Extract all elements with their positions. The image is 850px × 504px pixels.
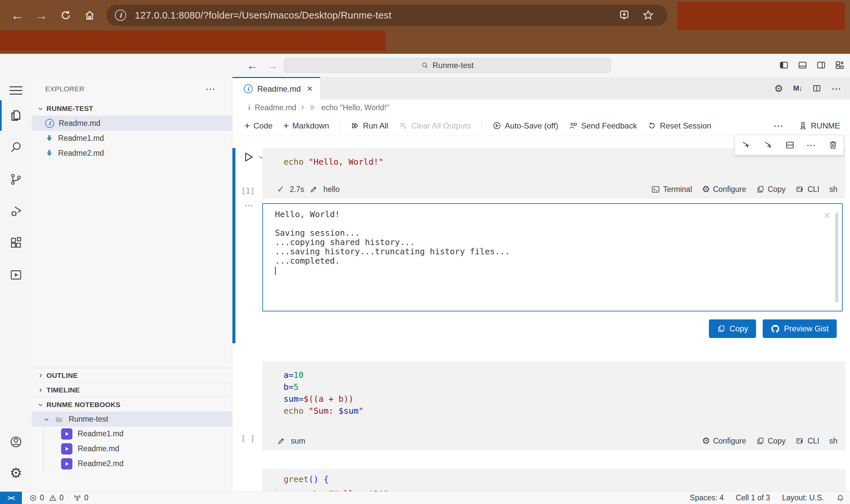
keyboard-layout-status[interactable]: Layout: U.S.: [782, 493, 824, 502]
notebook-file-item[interactable]: Readme2.md: [32, 456, 232, 471]
notebook-file-item[interactable]: Readme.md: [32, 441, 232, 456]
app-titlebar: ← → Runme-test: [0, 54, 850, 77]
outline-section[interactable]: OUTLINE: [32, 368, 232, 383]
output-scrollbar[interactable]: [835, 213, 838, 303]
notebook-folder-row[interactable]: Runme-test: [32, 412, 232, 427]
settings-gear-icon[interactable]: ⚙: [8, 466, 23, 481]
delete-cell-icon[interactable]: [828, 140, 838, 150]
toggle-secondary-sidebar-icon[interactable]: [815, 59, 827, 71]
notifications-bell-icon[interactable]: [836, 494, 845, 502]
command-center[interactable]: Runme-test: [284, 58, 611, 73]
toolbar-more-actions-icon[interactable]: ⋯: [773, 120, 784, 131]
cell-more-actions-icon[interactable]: ⋯: [807, 140, 816, 151]
markdown-preview-icon[interactable]: M↓: [793, 84, 802, 93]
workspace-section-header[interactable]: RUNME-TEST: [32, 101, 232, 116]
runme-view-icon[interactable]: [8, 268, 23, 282]
split-cell-icon[interactable]: [785, 140, 795, 150]
explorer-more-actions-icon[interactable]: ⋯: [205, 83, 216, 95]
copy-action[interactable]: Copy: [756, 437, 785, 446]
menu-icon[interactable]: [10, 84, 22, 97]
notebook-settings-gear-icon[interactable]: ⚙: [774, 83, 783, 94]
bookmark-star-icon[interactable]: [639, 6, 657, 24]
breadcrumb-symbol[interactable]: echo "Hello, World!": [321, 103, 389, 112]
send-feedback-button[interactable]: Send Feedback: [569, 121, 637, 130]
history-back-icon[interactable]: ←: [245, 59, 260, 72]
cell-language[interactable]: sh: [829, 185, 837, 194]
notebook-file-item[interactable]: Readme1.md: [32, 426, 232, 441]
problems-indicator[interactable]: 0 0: [29, 493, 66, 502]
timeline-section[interactable]: TIMELINE: [32, 382, 232, 397]
ports-indicator[interactable]: 0: [73, 493, 91, 502]
cursor-line: [263, 266, 842, 275]
reset-session-button[interactable]: Reset Session: [648, 121, 711, 130]
output-close-icon[interactable]: ✕: [824, 211, 831, 221]
url-bar[interactable]: i 127.0.0.1:8080/?folder=/Users/macos/De…: [106, 5, 667, 26]
run-debug-view-icon[interactable]: [8, 204, 23, 218]
toggle-sidebar-icon[interactable]: [778, 59, 790, 71]
code-cell-1[interactable]: echo "Hello, World!" ✓ 2.7s hello Termin…: [262, 148, 845, 199]
execution-order-label: [ ]: [241, 434, 260, 443]
cli-action[interactable]: CLI: [796, 437, 819, 446]
cell-position-status[interactable]: Cell 1 of 3: [736, 493, 770, 502]
browser-back-icon[interactable]: ←: [8, 6, 26, 24]
add-code-cell-button[interactable]: +Code: [245, 120, 273, 131]
explorer-view-icon[interactable]: [8, 108, 23, 123]
copy-action[interactable]: Copy: [756, 185, 785, 194]
source-control-view-icon[interactable]: [8, 172, 23, 186]
cell-name[interactable]: sum: [291, 437, 305, 446]
copy-output-button[interactable]: Copy: [709, 319, 756, 338]
customize-layout-icon[interactable]: [834, 59, 845, 71]
site-info-icon[interactable]: i: [115, 10, 126, 21]
execute-above-icon[interactable]: [740, 140, 751, 150]
kernel-selector[interactable]: RUNME: [798, 121, 840, 130]
search-view-icon[interactable]: [8, 140, 23, 155]
cell-output-terminal[interactable]: Hello, World! Saving session......copyin…: [262, 203, 843, 311]
tab-close-icon[interactable]: ✕: [307, 85, 313, 93]
remote-indicator[interactable]: ><: [0, 492, 22, 504]
extensions-view-icon[interactable]: [8, 236, 23, 250]
indent-guide: [276, 487, 276, 491]
preview-gist-button[interactable]: Preview Gist: [763, 319, 837, 338]
terminal-action[interactable]: Terminal: [651, 185, 692, 194]
account-icon[interactable]: [8, 435, 23, 449]
indentation-status[interactable]: Spaces: 4: [690, 493, 724, 502]
cell-language[interactable]: sh: [829, 437, 837, 446]
tab-readme[interactable]: i Readme.md ✕: [232, 77, 321, 100]
file-item[interactable]: i Readme2.md: [32, 146, 232, 161]
install-app-icon[interactable]: [615, 6, 634, 24]
more-actions-icon[interactable]: ⋯: [831, 83, 842, 94]
split-editor-icon[interactable]: [812, 84, 821, 93]
add-markdown-cell-button[interactable]: +Markdown: [283, 120, 329, 131]
file-item[interactable]: i Readme1.md: [32, 131, 232, 146]
breadcrumb: i Readme.md › echo "Hello, World!": [232, 100, 850, 115]
activity-bar: ⚙: [0, 77, 32, 491]
autosave-toggle[interactable]: Auto-Save (off): [492, 121, 558, 130]
theme-accent-block-bookmarks: [0, 31, 385, 51]
cell-code[interactable]: greet() { echo "Hello, $1!": [262, 469, 845, 491]
run-all-button[interactable]: Run All: [350, 121, 388, 130]
info-icon: i: [248, 103, 250, 112]
browser-home-icon[interactable]: [80, 6, 99, 24]
cli-action[interactable]: CLI: [796, 185, 819, 194]
cell-code[interactable]: a=10b=5sum=$((a + b))echo "Sum: $sum": [262, 361, 845, 417]
history-forward-icon[interactable]: →: [265, 59, 279, 72]
breadcrumb-separator: ›: [301, 102, 304, 112]
browser-forward-icon[interactable]: →: [32, 6, 51, 24]
file-name: Readme1.md: [58, 134, 104, 143]
output-collapse-icon[interactable]: ⋯: [245, 200, 254, 211]
runme-notebooks-section[interactable]: RUNME NOTEBOOKS: [32, 397, 232, 412]
breadcrumb-file[interactable]: Readme.md: [255, 103, 296, 112]
file-item[interactable]: i Readme.md: [32, 116, 232, 131]
browser-reload-icon[interactable]: [56, 6, 75, 24]
configure-action[interactable]: ⚙ Configure: [702, 185, 746, 194]
clear-all-outputs-button[interactable]: Clear All Outputs: [399, 121, 471, 130]
execute-below-icon[interactable]: [763, 140, 773, 150]
code-cell-2[interactable]: a=10b=5sum=$((a + b))echo "Sum: $sum" su…: [262, 361, 845, 450]
gist-actions: Copy Preview Gist: [709, 319, 837, 338]
code-cell-3[interactable]: greet() { echo "Hello, $1!": [262, 469, 845, 491]
active-view-indicator: [0, 100, 2, 131]
toggle-panel-icon[interactable]: [797, 59, 808, 71]
cell-name[interactable]: hello: [323, 185, 340, 194]
run-cell-button[interactable]: [240, 149, 256, 165]
configure-action[interactable]: ⚙ Configure: [702, 437, 746, 446]
